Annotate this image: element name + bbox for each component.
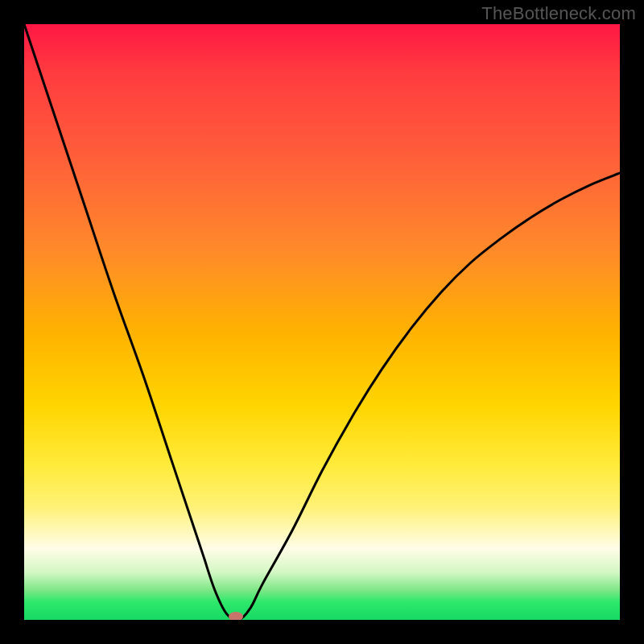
optimum-marker-icon: [229, 612, 243, 620]
bottleneck-curve: [24, 24, 620, 620]
plot-area: [24, 24, 620, 620]
watermark-text: TheBottleneck.com: [481, 3, 636, 24]
curve-path: [24, 24, 620, 620]
chart-frame: TheBottleneck.com: [0, 0, 644, 644]
